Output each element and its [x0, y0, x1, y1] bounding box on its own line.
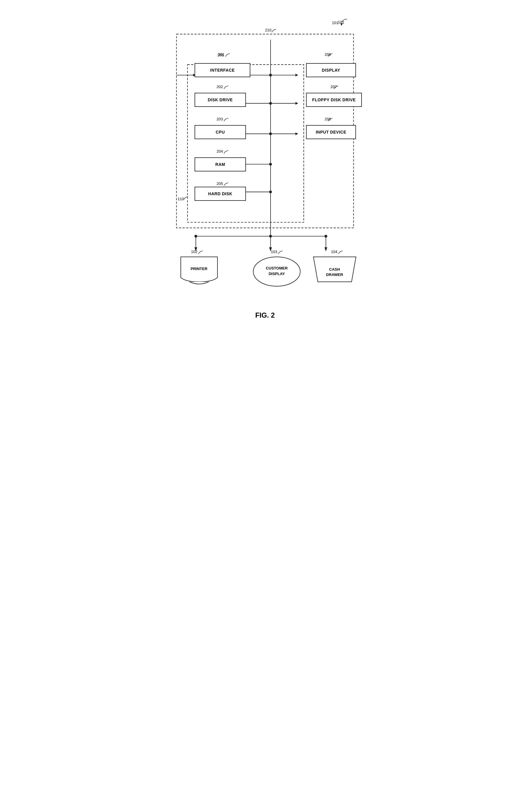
ref-202-label: 202 — [217, 85, 223, 89]
svg-point-11 — [269, 102, 272, 104]
ref-201-label: 201 — [218, 53, 224, 57]
svg-point-21 — [269, 163, 272, 165]
ref-203-label: 203 — [217, 117, 223, 121]
ram-box: RAM — [194, 157, 246, 172]
svg-point-6 — [269, 74, 272, 76]
svg-point-24 — [269, 190, 272, 193]
hard-disk-box: HARD DISK — [194, 187, 246, 201]
svg-text:CASH: CASH — [329, 267, 340, 272]
printer-shape: PRINTER — [179, 256, 219, 285]
ref-205-label: 205 — [217, 182, 223, 186]
svg-marker-36 — [325, 247, 327, 251]
cash-drawer-shape: CASH DRAWER — [312, 256, 357, 285]
input-device-box: INPUT DEVICE — [306, 125, 356, 139]
svg-text:PRINTER: PRINTER — [190, 266, 207, 271]
customer-display-shape: CUSTOMER DISPLAY — [252, 256, 302, 288]
floppy-disk-drive-box: FLOPPY DISK DRIVE — [306, 93, 362, 107]
display-box: DISPLAY — [306, 63, 356, 77]
svg-point-35 — [325, 235, 327, 237]
svg-point-29 — [194, 235, 197, 237]
page: 101 101 110 201 201 202 203 204 — [162, 6, 368, 337]
cpu-box: CPU — [194, 125, 246, 139]
diagram: 101 101 110 201 201 202 203 204 — [168, 18, 362, 305]
ref-103-label: 103 — [271, 249, 277, 254]
ref-204-label: 204 — [217, 149, 223, 154]
svg-text:DRAWER: DRAWER — [326, 272, 343, 277]
ref-102-label: 102 — [191, 249, 197, 254]
ref-101-label: 101 — [332, 20, 338, 25]
ref-104-label: 104 — [331, 249, 338, 254]
svg-marker-37 — [340, 23, 343, 26]
svg-marker-8 — [295, 74, 298, 76]
interface-box: INTERFACE — [194, 63, 250, 77]
svg-marker-19 — [295, 132, 298, 135]
disk-drive-box: DISK DRIVE — [194, 93, 246, 107]
svg-marker-14 — [295, 102, 298, 104]
figure-label: FIG. 2 — [168, 311, 362, 319]
svg-text:CUSTOMER: CUSTOMER — [266, 266, 288, 270]
svg-text:DISPLAY: DISPLAY — [268, 272, 285, 276]
svg-point-16 — [269, 132, 272, 135]
svg-point-32 — [269, 235, 272, 237]
